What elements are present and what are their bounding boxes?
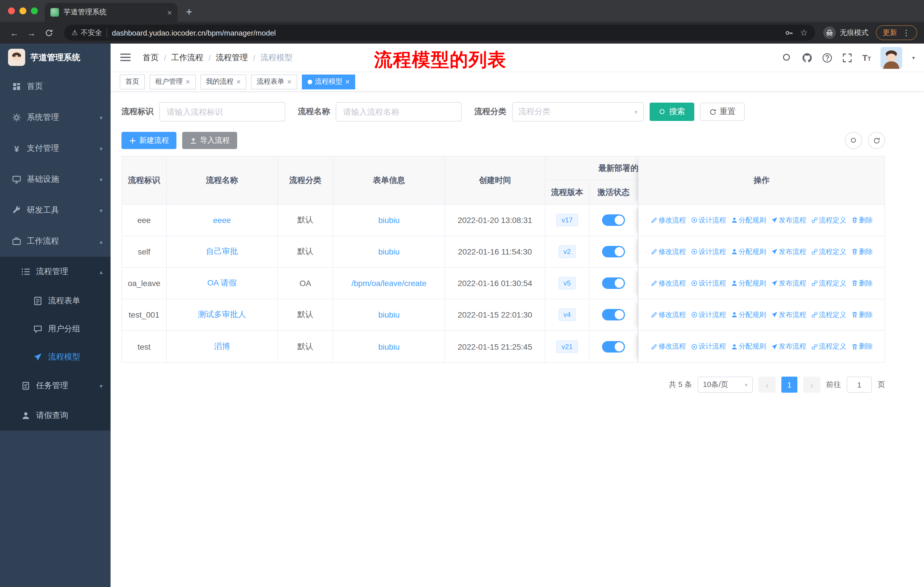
avatar-caret-icon[interactable]: ▾ bbox=[912, 55, 915, 61]
sidebar-item-task-management[interactable]: 任务管理 ▾ bbox=[0, 371, 111, 401]
process-name-link[interactable]: 自己审批 bbox=[206, 246, 238, 256]
process-name-input[interactable] bbox=[336, 102, 462, 122]
tag-my-process[interactable]: 我的流程 × bbox=[200, 74, 246, 89]
help-icon[interactable] bbox=[822, 53, 832, 63]
toggle-search-button[interactable] bbox=[845, 132, 862, 149]
process-name-link[interactable]: OA 请假 bbox=[207, 278, 237, 287]
process-id-input[interactable] bbox=[159, 102, 285, 122]
reset-button[interactable]: 重置 bbox=[700, 103, 745, 121]
assign-rule-link[interactable]: 分配规则 bbox=[731, 310, 766, 319]
design-process-link[interactable]: 设计流程 bbox=[691, 278, 726, 288]
active-toggle[interactable] bbox=[602, 214, 625, 226]
active-toggle[interactable] bbox=[602, 309, 625, 321]
tag-close-icon[interactable]: × bbox=[287, 78, 291, 86]
delete-link[interactable]: 删除 bbox=[851, 247, 873, 256]
delete-link[interactable]: 删除 bbox=[851, 310, 873, 319]
page-size-select[interactable]: 10条/页 ▾ bbox=[698, 377, 753, 393]
tab-close-icon[interactable]: × bbox=[167, 8, 172, 17]
github-icon[interactable] bbox=[802, 53, 812, 63]
publish-process-link[interactable]: 发布流程 bbox=[771, 247, 806, 256]
form-info-link[interactable]: biubiu bbox=[378, 247, 400, 256]
active-toggle[interactable] bbox=[602, 246, 625, 257]
prev-page-button[interactable]: ‹ bbox=[759, 377, 776, 393]
process-definition-link[interactable]: 流程定义 bbox=[811, 342, 846, 351]
zoom-window-button[interactable] bbox=[31, 7, 38, 14]
assign-rule-link[interactable]: 分配规则 bbox=[731, 215, 766, 225]
key-icon[interactable] bbox=[784, 28, 793, 37]
delete-link[interactable]: 删除 bbox=[851, 215, 873, 225]
sidebar-item-leave-query[interactable]: 请假查询 bbox=[0, 401, 111, 430]
active-toggle[interactable] bbox=[602, 341, 625, 352]
sidebar-toggle-icon[interactable] bbox=[120, 52, 132, 63]
new-tab-button[interactable]: + bbox=[181, 4, 197, 20]
sidebar-item-process-management[interactable]: 流程管理 ▴ bbox=[0, 257, 111, 287]
sidebar-item-home[interactable]: 首页 bbox=[0, 71, 111, 102]
form-info-link[interactable]: biubiu bbox=[378, 215, 400, 225]
address-bar[interactable]: ⚠ 不安全 dashboard.yudao.iocoder.cn/bpm/man… bbox=[64, 25, 815, 41]
sidebar-item-user-group[interactable]: 用户分组 bbox=[0, 315, 111, 343]
publish-process-link[interactable]: 发布流程 bbox=[771, 310, 806, 319]
process-definition-link[interactable]: 流程定义 bbox=[811, 310, 846, 319]
breadcrumb-item[interactable]: 流程管理 bbox=[216, 53, 248, 63]
font-size-icon[interactable]: TT bbox=[862, 53, 871, 63]
search-icon[interactable] bbox=[782, 53, 792, 63]
delete-link[interactable]: 删除 bbox=[851, 342, 873, 351]
assign-rule-link[interactable]: 分配规则 bbox=[731, 247, 766, 256]
process-definition-link[interactable]: 流程定义 bbox=[811, 247, 846, 256]
sidebar-item-process-form[interactable]: 流程表单 bbox=[0, 287, 111, 315]
user-avatar[interactable] bbox=[881, 47, 903, 68]
modify-process-link[interactable]: 修改流程 bbox=[650, 247, 686, 256]
assign-rule-link[interactable]: 分配规则 bbox=[731, 278, 766, 288]
minimize-window-button[interactable] bbox=[20, 7, 26, 14]
tag-close-icon[interactable]: × bbox=[236, 78, 241, 86]
back-button[interactable]: ← bbox=[7, 25, 22, 40]
process-name-link[interactable]: eeee bbox=[213, 215, 231, 225]
modify-process-link[interactable]: 修改流程 bbox=[650, 342, 686, 351]
browser-update-button[interactable]: 更新 ⋮ bbox=[876, 25, 917, 40]
sidebar-item-system[interactable]: 系统管理 ▾ bbox=[0, 102, 111, 133]
assign-rule-link[interactable]: 分配规则 bbox=[731, 342, 766, 351]
publish-process-link[interactable]: 发布流程 bbox=[771, 278, 806, 288]
process-definition-link[interactable]: 流程定义 bbox=[811, 278, 846, 288]
create-process-button[interactable]: 新建流程 bbox=[121, 132, 177, 149]
tag-close-icon[interactable]: × bbox=[186, 78, 190, 86]
security-status[interactable]: ⚠ 不安全 bbox=[72, 28, 102, 38]
tag-close-icon[interactable]: × bbox=[345, 78, 350, 86]
form-info-link[interactable]: biubiu bbox=[378, 310, 400, 319]
tag-process-form[interactable]: 流程表单 × bbox=[251, 74, 297, 89]
modify-process-link[interactable]: 修改流程 bbox=[650, 278, 686, 288]
sidebar-item-workflow[interactable]: 工作流程 ▴ bbox=[0, 226, 111, 257]
search-button[interactable]: 搜索 bbox=[650, 103, 694, 121]
design-process-link[interactable]: 设计流程 bbox=[691, 342, 726, 351]
bookmark-star-icon[interactable]: ☆ bbox=[800, 28, 808, 38]
close-window-button[interactable] bbox=[8, 7, 15, 14]
form-info-link[interactable]: /bpm/oa/leave/create bbox=[351, 279, 426, 288]
form-info-link[interactable]: biubiu bbox=[378, 342, 400, 351]
process-name-link[interactable]: 测试多审批人 bbox=[198, 309, 246, 319]
reload-button[interactable] bbox=[41, 25, 56, 40]
incognito-indicator[interactable]: 无痕模式 bbox=[823, 26, 868, 39]
fullscreen-icon[interactable] bbox=[842, 53, 852, 63]
forward-button[interactable]: → bbox=[24, 25, 39, 40]
tag-home[interactable]: 首页 bbox=[120, 74, 145, 89]
sidebar-item-infrastructure[interactable]: 基础设施 ▾ bbox=[0, 164, 111, 195]
design-process-link[interactable]: 设计流程 bbox=[691, 310, 726, 319]
goto-page-input[interactable] bbox=[846, 377, 872, 393]
breadcrumb-item[interactable]: 工作流程 bbox=[171, 53, 203, 63]
category-select[interactable]: 流程分类 ▾ bbox=[512, 102, 644, 122]
process-definition-link[interactable]: 流程定义 bbox=[811, 215, 846, 225]
sidebar-item-payment[interactable]: ¥ 支付管理 ▾ bbox=[0, 133, 111, 164]
breadcrumb-item[interactable]: 首页 bbox=[143, 53, 159, 63]
tag-process-model[interactable]: 流程模型 × bbox=[302, 74, 355, 89]
next-page-button[interactable]: › bbox=[803, 377, 820, 393]
process-name-link[interactable]: 滔博 bbox=[214, 341, 230, 351]
publish-process-link[interactable]: 发布流程 bbox=[771, 342, 806, 351]
modify-process-link[interactable]: 修改流程 bbox=[650, 215, 686, 225]
active-toggle[interactable] bbox=[602, 278, 625, 289]
browser-tab[interactable]: 芋道管理系统 × bbox=[45, 3, 178, 22]
modify-process-link[interactable]: 修改流程 bbox=[650, 310, 686, 319]
current-page-button[interactable]: 1 bbox=[781, 377, 797, 393]
tag-tenant[interactable]: 租户管理 × bbox=[150, 74, 196, 89]
design-process-link[interactable]: 设计流程 bbox=[691, 247, 726, 256]
sidebar-item-devtools[interactable]: 研发工具 ▾ bbox=[0, 195, 111, 226]
